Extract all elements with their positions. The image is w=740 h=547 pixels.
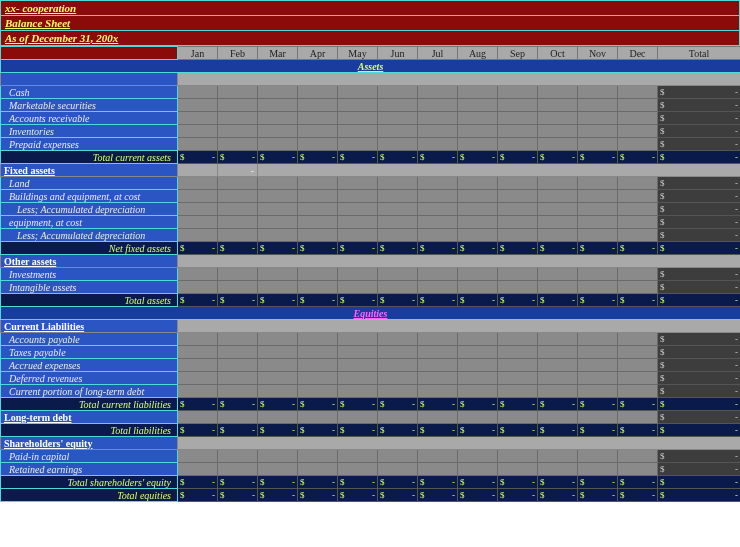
row-nfa: Net fixed assets$-$-$-$-$-$-$-$-$-$-$-$-…	[1, 242, 741, 255]
row-tca: Total current assets$-$-$-$-$-$-$-$-$-$-…	[1, 151, 741, 164]
spacer	[1, 73, 741, 86]
shareholders-equity-header: Shareholders' equity	[1, 437, 741, 450]
header-block: xx- cooperation Balance Sheet As of Dece…	[0, 0, 740, 46]
row-tl: Total liabilities$-$-$-$-$-$-$-$-$-$-$-$…	[1, 424, 741, 437]
col-mar: Mar	[258, 47, 298, 60]
col-jul: Jul	[418, 47, 458, 60]
col-jun: Jun	[378, 47, 418, 60]
current-liabilities-header: Current Liabilities	[1, 320, 741, 333]
col-jan: Jan	[178, 47, 218, 60]
row-re: Retained earnings$-	[1, 463, 741, 476]
assets-header: Assets	[1, 60, 741, 73]
row-land: Land$-	[1, 177, 741, 190]
balance-sheet: xx- cooperation Balance Sheet As of Dece…	[0, 0, 740, 502]
row-pic: Paid-in capital$-	[1, 450, 741, 463]
col-nov: Nov	[578, 47, 618, 60]
doc-title: Balance Sheet	[1, 16, 740, 31]
row-msec: Marketable securities$-	[1, 99, 741, 112]
col-feb: Feb	[218, 47, 258, 60]
company-name: xx- cooperation	[1, 1, 740, 16]
col-total: Total	[658, 47, 741, 60]
row-ae: Accrued expenses$-	[1, 359, 741, 372]
grid: Jan Feb Mar Apr May Jun Jul Aug Sep Oct …	[0, 46, 740, 502]
row-intan: Intangible assets$-	[1, 281, 741, 294]
fixed-assets-header: Fixed assets-	[1, 164, 741, 177]
row-prep: Prepaid expenses$-	[1, 138, 741, 151]
col-dec: Dec	[618, 47, 658, 60]
row-tse: Total shareholders' equity$-$-$-$-$-$-$-…	[1, 476, 741, 489]
row-cash: Cash$-	[1, 86, 741, 99]
col-apr: Apr	[298, 47, 338, 60]
equities-header: Equities	[1, 307, 741, 320]
col-sep: Sep	[498, 47, 538, 60]
row-eq: equipment, at cost$-	[1, 216, 741, 229]
row-beq: Buildings and equipment, at cost$-	[1, 190, 741, 203]
row-inv: Inventories$-	[1, 125, 741, 138]
row-ta: Total assets$-$-$-$-$-$-$-$-$-$-$-$-$-	[1, 294, 741, 307]
row-dr: Deferred revenues$-	[1, 372, 741, 385]
row-tcl: Total current liabilities$-$-$-$-$-$-$-$…	[1, 398, 741, 411]
col-oct: Oct	[538, 47, 578, 60]
row-tp: Taxes payable$-	[1, 346, 741, 359]
row-invst: Investments$-	[1, 268, 741, 281]
as-of-date: As of December 31, 200x	[1, 31, 740, 46]
row-ar: Accounts receivable$-	[1, 112, 741, 125]
row-ltd: Long-term debt$-	[1, 411, 741, 424]
row-edep: Less; Accumulated depreciation$-	[1, 229, 741, 242]
col-aug: Aug	[458, 47, 498, 60]
row-ap: Accounts payable$-	[1, 333, 741, 346]
row-bdep: Less; Accumulated depreciation$-	[1, 203, 741, 216]
other-assets-header: Other assets	[1, 255, 741, 268]
row-cpltd: Current portion of long-term debt$-	[1, 385, 741, 398]
row-te: Total equities$-$-$-$-$-$-$-$-$-$-$-$-$-	[1, 489, 741, 502]
blank-corner	[1, 47, 178, 60]
col-may: May	[338, 47, 378, 60]
month-header-row: Jan Feb Mar Apr May Jun Jul Aug Sep Oct …	[1, 47, 741, 60]
